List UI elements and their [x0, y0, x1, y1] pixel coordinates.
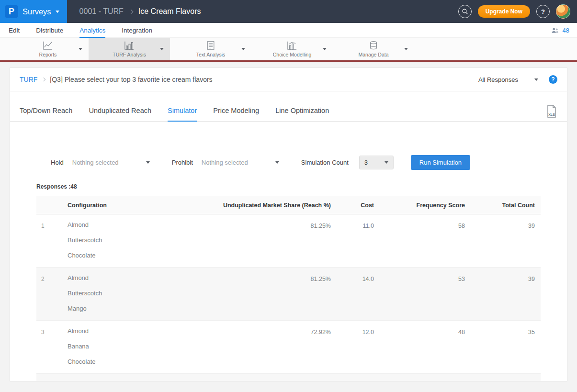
hold-select[interactable]: Nothing selected: [70, 156, 152, 169]
toolbar-item-text-analysis[interactable]: Text Analysis: [170, 38, 251, 60]
tab-price-modeling[interactable]: Price Modeling: [213, 107, 259, 122]
row-reach: 81.25%: [173, 214, 331, 267]
tab-unduplicated-reach[interactable]: Unduplicated Reach: [89, 107, 151, 122]
simulation-count-select[interactable]: 3: [359, 156, 394, 169]
breadcrumb: 0001 - TURF Ice Cream Flavors: [79, 7, 201, 16]
chevron-down-icon[interactable]: [241, 48, 245, 50]
database-icon: [369, 41, 378, 50]
configuration-item: Banana: [68, 339, 173, 354]
chevron-right-icon: [42, 78, 45, 81]
table-row: 3 Almond Banana Chocolate 72.92% 12.0 48…: [36, 321, 541, 374]
simulation-count-label: Simulation Count: [301, 159, 349, 166]
nav-item-analytics[interactable]: Analytics: [79, 23, 105, 38]
row-total-count: 39: [465, 214, 541, 267]
analytics-toolbar: Reports TURF Analysis Text Analysis Choi…: [0, 38, 577, 62]
nav-item-edit[interactable]: Edit: [9, 23, 20, 38]
reports-line-chart-icon: [43, 41, 53, 50]
help-button[interactable]: ?: [536, 5, 550, 18]
configuration-item: Butterscotch: [68, 233, 173, 248]
search-icon: [462, 8, 468, 15]
survey-title: Ice Cream Flavors: [138, 7, 201, 16]
responses-filter-value: All Responses: [478, 76, 518, 83]
survey-id[interactable]: 0001 - TURF: [79, 7, 124, 16]
surveys-menu[interactable]: P Surveys: [0, 0, 67, 23]
turf-bar-chart-icon: [124, 41, 135, 50]
row-cost: 14.0: [331, 268, 374, 320]
configuration-item: Chocolate: [68, 248, 173, 263]
text-analysis-doc-icon: [206, 41, 215, 50]
row-frequency-score: 53: [374, 268, 465, 320]
nav-item-distribute[interactable]: Distribute: [36, 23, 63, 38]
choice-modelling-chart-icon: [287, 41, 297, 50]
table-header: Configuration Unduplicated Market Share …: [36, 196, 541, 214]
prohibit-label: Prohibit: [172, 159, 193, 166]
row-frequency-score: 58: [374, 214, 465, 267]
column-frequency-score: Frequency Score: [374, 202, 465, 209]
xls-file-icon: XLS: [546, 105, 557, 118]
app-screen: P Surveys 0001 - TURF Ice Cream Flavors …: [0, 0, 577, 392]
chevron-down-icon: [56, 11, 59, 13]
toolbar-item-label: Reports: [39, 52, 57, 57]
column-total-count: Total Count: [465, 202, 541, 209]
upgrade-now-button[interactable]: Upgrade Now: [478, 5, 530, 18]
table-row-partial: [36, 374, 541, 381]
simulation-results-table: Configuration Unduplicated Market Share …: [36, 196, 541, 381]
respondent-count: 48: [563, 27, 569, 34]
user-avatar[interactable]: [556, 4, 570, 19]
breadcrumb-turf-link[interactable]: TURF: [20, 76, 37, 83]
chevron-right-icon: [128, 9, 133, 14]
simulation-controls: Hold Nothing selected Prohibit Nothing s…: [10, 122, 567, 170]
question-title: [Q3] Please select your top 3 favorite i…: [50, 76, 212, 83]
tab-line-optimization[interactable]: Line Optimization: [275, 107, 329, 122]
hold-select-value: Nothing selected: [72, 159, 119, 166]
svg-text:XLS: XLS: [548, 113, 555, 116]
nav-item-integration[interactable]: Integration: [122, 23, 152, 38]
turf-tabs: Top/Down Reach Unduplicated Reach Simula…: [10, 91, 567, 122]
prohibit-select[interactable]: Nothing selected: [200, 156, 281, 169]
toolbar-item-label: Text Analysis: [196, 52, 226, 57]
tab-top-down-reach[interactable]: Top/Down Reach: [20, 107, 72, 122]
row-total-count: 35: [465, 321, 541, 373]
turf-panel: TURF [Q3] Please select your top 3 favor…: [10, 67, 567, 381]
prohibit-select-value: Nothing selected: [202, 159, 248, 166]
export-xls-button[interactable]: XLS: [546, 105, 557, 118]
product-name: Surveys: [23, 7, 51, 16]
row-index: 3: [36, 321, 68, 373]
toolbar-item-choice-modelling[interactable]: Choice Modelling: [251, 38, 333, 60]
tab-simulator[interactable]: Simulator: [168, 107, 197, 122]
chevron-down-icon: [534, 78, 538, 81]
row-index: 2: [36, 268, 68, 320]
toolbar-item-label: TURF Analysis: [113, 52, 146, 57]
column-cost: Cost: [331, 202, 374, 209]
chevron-down-icon: [385, 161, 388, 164]
chevron-down-icon[interactable]: [404, 48, 408, 50]
row-cost: 12.0: [331, 321, 374, 373]
row-reach: 72.92%: [173, 321, 331, 373]
table-row: 2 Almond Butterscotch Mango 81.25% 14.0 …: [36, 268, 541, 321]
toolbar-item-manage-data[interactable]: Manage Data: [333, 38, 414, 60]
run-simulation-button[interactable]: Run Simulation: [411, 155, 470, 170]
row-configuration: Almond Butterscotch Mango: [68, 268, 173, 320]
row-reach: 81.25%: [173, 268, 331, 320]
search-button[interactable]: [458, 5, 472, 18]
row-configuration: Almond Butterscotch Chocolate: [68, 214, 173, 267]
configuration-item: Almond: [68, 217, 173, 233]
panel-actions: All Responses ?: [478, 75, 557, 84]
row-index: 1: [36, 214, 68, 267]
panel-help-button[interactable]: ?: [549, 75, 557, 84]
configuration-item: Chocolate: [68, 354, 173, 370]
toolbar-item-turf-analysis[interactable]: TURF Analysis: [89, 38, 170, 60]
configuration-item: Almond: [68, 270, 173, 286]
top-header: P Surveys 0001 - TURF Ice Cream Flavors …: [0, 0, 577, 23]
panel-breadcrumb: TURF [Q3] Please select your top 3 favor…: [10, 68, 567, 91]
questionpro-logo: P: [5, 5, 18, 18]
chevron-down-icon[interactable]: [79, 48, 82, 50]
chevron-down-icon[interactable]: [160, 48, 164, 50]
toolbar-item-reports[interactable]: Reports: [7, 38, 89, 60]
responses-filter-dropdown[interactable]: All Responses: [478, 76, 538, 83]
chevron-down-icon: [146, 161, 150, 164]
configuration-item: Almond: [68, 324, 173, 339]
people-icon: [551, 27, 559, 34]
chevron-down-icon[interactable]: [323, 48, 327, 50]
respondents-summary[interactable]: 48: [551, 27, 569, 34]
